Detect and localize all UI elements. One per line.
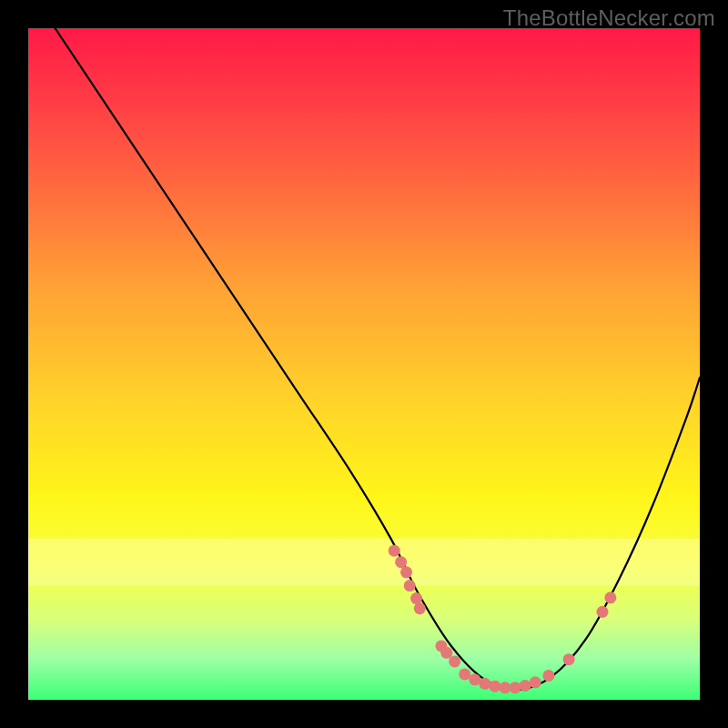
bottleneck-curve <box>56 28 700 690</box>
data-point <box>449 655 460 667</box>
data-point <box>395 556 407 568</box>
data-point <box>440 647 452 659</box>
data-point <box>542 670 554 682</box>
data-point <box>499 682 511 693</box>
data-point <box>489 681 500 693</box>
data-point <box>469 673 480 685</box>
data-point <box>510 682 521 693</box>
data-point <box>410 592 422 604</box>
data-point <box>530 676 541 688</box>
plot-area <box>28 28 700 700</box>
curve-svg <box>28 28 700 700</box>
data-point <box>400 566 412 578</box>
data-point <box>520 680 531 692</box>
data-points-group <box>389 545 617 694</box>
data-point <box>604 592 616 603</box>
data-point <box>414 602 426 614</box>
watermark-text: TheBottleNecker.com <box>503 5 715 31</box>
outer-frame: TheBottleNecker.com <box>0 0 728 728</box>
data-point <box>563 653 575 665</box>
data-point <box>404 580 416 592</box>
data-point <box>389 545 400 557</box>
data-point <box>596 606 608 618</box>
data-point <box>479 678 490 690</box>
data-point <box>459 668 470 680</box>
